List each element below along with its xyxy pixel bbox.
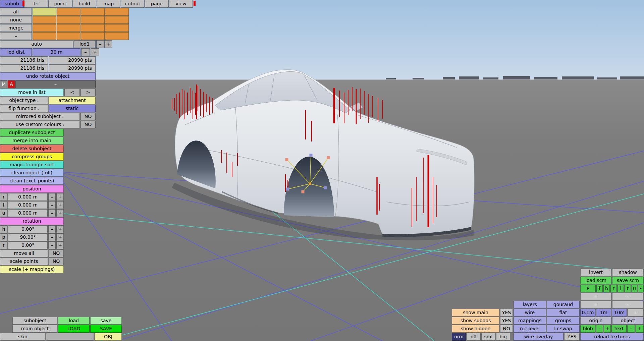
nrm-big-button[interactable]: big [496,333,510,341]
scale-points-toggle[interactable]: NO [49,258,64,265]
nrm-button[interactable]: nrm [452,333,466,341]
lod-dist-minus-button[interactable]: – [81,48,90,56]
lod-matrix-cell[interactable] [81,8,105,16]
save-scm-button[interactable]: save scm [612,277,644,284]
mappings-button[interactable]: mappings [514,317,546,325]
origin-button[interactable]: origin [580,317,611,325]
axis-r-button[interactable]: r [610,285,617,292]
lod-dist-plus-button[interactable]: + [91,48,99,56]
axis-u-button[interactable]: u [632,285,637,292]
clean-object-full-button[interactable]: clean object (full) [0,169,64,177]
lod-dist-value[interactable]: 30 m [33,48,80,56]
position-r-value[interactable]: 0.000 m [8,193,48,201]
lod-matrix-cell[interactable] [105,32,129,40]
lod-matrix-cell[interactable] [105,24,129,32]
wire-button[interactable]: wire [514,309,546,317]
lod-minus-button[interactable]: – [96,40,104,48]
flip-function-value[interactable]: static [49,105,96,112]
position-f-value[interactable]: 0.000 m [8,201,48,209]
rotation-r-value[interactable]: 0.00° [8,241,48,249]
layers-button[interactable]: layers [514,301,546,308]
position-r-minus-button[interactable]: – [48,193,56,201]
lod-matrix-cell[interactable] [57,24,80,32]
lod-matrix-cell[interactable] [57,8,80,16]
text-button[interactable]: text [611,325,627,333]
move-in-list-button[interactable]: move in list [0,89,64,96]
auto-button[interactable]: auto [0,40,73,48]
lod-plus-button[interactable]: + [104,40,112,48]
undo-rotate-button[interactable]: undo rotate object [0,72,96,80]
load-scm-button[interactable]: load scm [580,277,611,284]
lod-matrix-cell[interactable] [81,24,105,32]
tab-build[interactable]: build [72,0,96,8]
tab-point[interactable]: point [48,0,72,8]
mirror-m-cell[interactable]: M [0,80,7,88]
wire-overlay-toggle[interactable]: YES [564,333,580,341]
rotation-r-minus-button[interactable]: – [48,241,56,249]
shadow-button[interactable]: shadow [612,269,644,276]
blob-minus-button[interactable]: - [596,325,603,333]
list-next-button[interactable]: > [80,89,96,96]
blob-button[interactable]: blob [580,325,595,333]
axis-l-button[interactable]: l [618,285,624,292]
position-f-minus-button[interactable]: – [48,201,56,209]
obj-export-button[interactable]: OBJ [95,333,122,341]
tab-cutout[interactable]: cutout [121,0,145,8]
clean-excl-points-button[interactable]: clean (excl. points) [0,177,64,185]
text-minus-button[interactable]: - [627,325,635,333]
subobject-save-button[interactable]: save [90,317,122,325]
blob-plus-button[interactable]: + [604,325,611,333]
rotation-h-minus-button[interactable]: – [48,225,56,233]
dash-button[interactable]: – [612,301,644,308]
dash-button[interactable]: – [612,293,644,300]
subobject-load-button[interactable]: load [58,317,90,325]
gouraud-button[interactable]: gouraud [547,301,580,308]
rotation-h-plus-button[interactable]: + [56,225,64,233]
lod-matrix-cell[interactable] [105,16,129,24]
axis-p-button[interactable]: P [580,285,596,292]
axis-b-button[interactable]: b [603,285,610,292]
merge-into-main-button[interactable]: merge into main [0,137,64,145]
move-all-toggle[interactable]: NO [49,249,64,257]
rotation-p-plus-button[interactable]: + [56,233,64,241]
wire-overlay-button[interactable]: wire overlay [514,333,564,341]
position-f-plus-button[interactable]: + [56,201,64,209]
use-custom-colours-toggle[interactable]: NO [80,121,96,128]
grid-10m-button[interactable]: 10m [612,309,627,317]
grid-1m-button[interactable]: 1m [596,309,611,317]
axis-t-button[interactable]: t [625,285,631,292]
skin-label[interactable]: skin [0,333,45,341]
show-hidden-label[interactable]: show hidden [452,325,499,333]
nrm-sml-button[interactable]: sml [481,333,495,341]
lod-matrix-cell[interactable] [33,16,56,24]
duplicate-subobject-button[interactable]: duplicate subobject [0,129,64,136]
select-none-button[interactable]: none [0,16,32,24]
tab-view[interactable]: view [169,0,193,8]
rotation-r-plus-button[interactable]: + [56,241,64,249]
lod-matrix-cell[interactable] [33,8,56,16]
position-u-value[interactable]: 0.000 m [8,209,48,217]
select-merge-button[interactable]: merge [0,24,32,32]
scale-mappings-button[interactable]: scale (+ mappings) [0,266,64,273]
list-prev-button[interactable]: < [64,89,80,96]
dash-button[interactable]: – [580,293,611,300]
select-dash-button[interactable]: – [0,32,32,40]
skin-slot[interactable] [46,333,94,341]
tab-map[interactable]: map [97,0,120,8]
position-r-plus-button[interactable]: + [56,193,64,201]
invert-button[interactable]: invert [580,269,611,276]
lod-matrix-cell[interactable] [57,16,80,24]
nc-level-button[interactable]: n.c.level [514,325,546,333]
groups-button[interactable]: groups [547,317,580,325]
dash-button[interactable]: – [628,309,644,317]
reload-textures-button[interactable]: reload textures [580,333,644,341]
lod-matrix-cell[interactable] [33,32,56,40]
rotation-p-minus-button[interactable]: – [48,233,56,241]
mirrored-subobject-toggle[interactable]: NO [80,113,96,120]
rotation-p-value[interactable]: 90.00° [8,233,48,241]
lod-matrix-cell[interactable] [105,8,129,16]
lr-swap-button[interactable]: l.r.swap [547,325,580,333]
lod-matrix-cell[interactable] [81,16,105,24]
axis-dot-button[interactable]: • [638,285,644,292]
axis-f-button[interactable]: f [596,285,603,292]
